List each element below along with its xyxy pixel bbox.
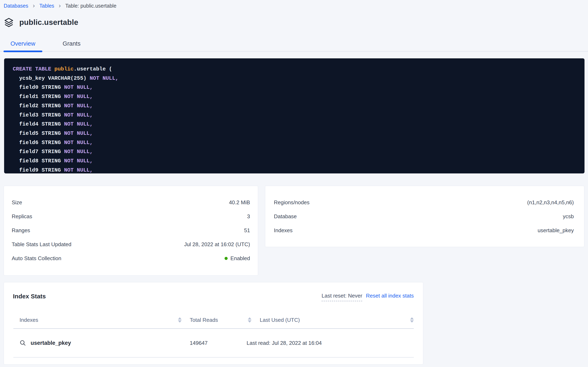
stack-icon [4,17,14,27]
index-stats-actions: Last reset: Never Reset all index stats [322,292,414,301]
detail-value: (n1,n2,n3,n4,n5,n6) [527,199,574,206]
detail-label: Auto Stats Collection [12,255,61,262]
index-stats-header: Index Stats Last reset: Never Reset all … [13,292,414,301]
chevron-right-icon: › [59,3,61,8]
detail-value: Enabled [224,255,250,262]
breadcrumb-link-databases[interactable]: Databases [4,3,28,9]
table-meta-card: Regions/nodes (n1,n2,n3,n4,n5,n6) Databa… [265,186,584,247]
reset-index-stats-link[interactable]: Reset all index stats [366,292,414,299]
tab-bar: Overview Grants [0,36,588,51]
column-header-last-used[interactable]: Last Used (UTC) [251,317,414,323]
index-name-cell: usertable_pkey [13,340,182,346]
last-used-cell: Last read: Jul 28, 2022 at 16:04 [238,340,414,346]
breadcrumb-link-tables[interactable]: Tables [40,3,54,9]
breadcrumb-current: Table: public.usertable [65,3,116,9]
detail-row-stats-updated: Table Stats Last Updated Jul 28, 2022 at… [4,237,258,251]
detail-label: Database [274,213,297,220]
detail-value: 3 [247,213,250,220]
column-label: Total Reads [190,317,218,323]
detail-row-size: Size 40.2 MiB [4,195,258,209]
detail-value: ycsb [563,213,574,220]
sort-control[interactable] [238,317,251,323]
table-details-page: Databases › Tables › Table: public.usert… [0,3,588,367]
index-stats-title: Index Stats [13,292,46,300]
detail-label: Table Stats Last Updated [12,241,72,248]
detail-label: Ranges [12,227,30,234]
detail-row-regions: Regions/nodes (n1,n2,n3,n4,n5,n6) [265,195,584,209]
detail-value: Jul 28, 2022 at 16:02 (UTC) [184,241,250,248]
column-header-indexes[interactable]: Indexes [13,317,182,323]
column-label: Indexes [19,317,38,323]
index-table-header-row: Indexes Total Reads Last Used (UTC) [13,311,414,329]
index-stats-card: Index Stats Last reset: Never Reset all … [4,282,423,365]
breadcrumb: Databases › Tables › Table: public.usert… [4,3,588,9]
sort-icon[interactable] [410,317,414,323]
index-table-row[interactable]: usertable_pkey 149647 Last read: Jul 28,… [13,329,414,358]
detail-row-indexes: Indexes usertable_pkey [265,223,584,237]
index-stats-table: Indexes Total Reads Last Used (UTC) [13,311,414,358]
last-reset-label: Last reset: Never [322,292,362,301]
page-title: public.usertable [19,18,78,27]
detail-label: Indexes [274,227,293,234]
detail-row-replicas: Replicas 3 [4,209,258,223]
column-label: Last Used (UTC) [260,317,300,323]
detail-row-auto-stats: Auto Stats Collection Enabled [4,251,258,265]
tab-grants[interactable]: Grants [56,36,88,51]
details-section: Size 40.2 MiB Replicas 3 Ranges 51 Table… [4,186,584,275]
detail-row-database: Database ycsb [265,209,584,223]
table-stats-card: Size 40.2 MiB Replicas 3 Ranges 51 Table… [4,186,258,275]
status-text: Enabled [231,255,250,262]
total-reads-cell: 149647 [182,340,239,346]
index-name-link[interactable]: usertable_pkey [31,340,71,346]
magnifier-icon [19,340,26,346]
detail-value: 51 [244,227,250,234]
column-header-total-reads[interactable]: Total Reads [182,317,239,323]
detail-value: usertable_pkey [538,227,574,234]
detail-value: 40.2 MiB [229,199,250,206]
status-dot-enabled [224,257,228,260]
chevron-right-icon: › [33,3,35,8]
create-statement-box: CREATE TABLE public.usertable ( ycsb_key… [4,58,585,174]
sql-code: CREATE TABLE public.usertable ( ycsb_key… [13,65,580,174]
detail-label: Size [12,199,22,206]
sort-icon[interactable] [178,317,182,323]
detail-label: Replicas [12,213,32,220]
sort-icon[interactable] [248,317,251,323]
tab-overview[interactable]: Overview [3,36,42,51]
page-header: public.usertable [4,17,588,28]
detail-row-ranges: Ranges 51 [4,223,258,237]
detail-label: Regions/nodes [274,199,309,206]
